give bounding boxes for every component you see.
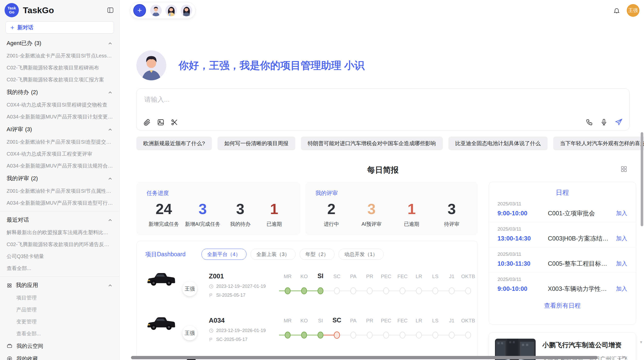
sidebar-item[interactable]: A034-全新新能源MUV产品开发项目法规符合性评审 [0, 160, 120, 172]
clock-icon [209, 328, 214, 333]
user-avatar[interactable]: 王强 [627, 4, 639, 17]
section-title: Agent已办 [7, 39, 33, 47]
right-column: 日程 2025/03/119:00-10:00C001-立项审批会加入2025/… [489, 182, 636, 360]
logo-line2: Go [9, 10, 14, 14]
send-icon[interactable] [615, 118, 623, 126]
sidebar-item[interactable]: C02-飞腾新能源轻客改款项目立项汇报方案 [0, 74, 120, 86]
chevron-up-icon[interactable] [107, 40, 113, 47]
view-all-chats-link[interactable]: 查看全部... [0, 262, 120, 274]
chevron-up-icon[interactable] [107, 126, 113, 133]
recent-chat-item[interactable]: C02-飞腾新能源轻客改款项目的闭环通告反馈情况 [0, 238, 120, 250]
sidebar-collapse-icon[interactable] [107, 7, 114, 14]
join-link[interactable]: 加入 [616, 260, 627, 267]
sidebar-section-header[interactable]: AI评审(3) [0, 123, 120, 136]
svg-text:SI: SI [317, 272, 324, 279]
chevron-up-icon[interactable] [107, 89, 113, 96]
app-sub-item[interactable]: 项目管理 [0, 292, 120, 304]
input-tools-right [586, 118, 623, 126]
suggestion-chip[interactable]: 欧洲新规最近颁布了什么? [136, 137, 212, 150]
sidebar-section-header[interactable]: 我的评审(2) [0, 172, 120, 185]
sidebar-item[interactable]: A034-全新新能源MUV产品开发项目计划变更表编写 [0, 111, 120, 123]
scroll-down-arrow[interactable]: ▼ [639, 340, 643, 344]
svg-text:SC: SC [333, 274, 341, 279]
recent-chat-item[interactable]: 公司Q3轻卡销量 [0, 250, 120, 262]
join-link[interactable]: 加入 [616, 235, 627, 242]
add-session-button[interactable]: + [133, 4, 146, 17]
event-date: 2025/03/11 [497, 226, 627, 232]
section-count: (2) [31, 89, 38, 96]
chevron-up-icon[interactable] [107, 282, 113, 289]
horizontal-scrollbar-thumb[interactable] [131, 356, 598, 359]
chevron-up-icon[interactable] [107, 175, 113, 182]
truck-image [146, 270, 177, 289]
app-sub-item[interactable]: 查看全部... [0, 328, 120, 340]
svg-text:PR: PR [366, 274, 373, 279]
suggestion-chip[interactable]: 特朗普可能对进口汽车增税会对中国车企造成哪些影响 [301, 137, 443, 150]
truck-image [146, 314, 177, 333]
owner-badge: 王强 [182, 326, 197, 340]
sidebar-item[interactable]: C0X4-动力总成开发项目SI里程碑提交物检查 [0, 99, 120, 111]
sidebar-item[interactable]: Z001-全新燃油皮卡产品开发项目SI节点Lesson Learn报告 [0, 50, 120, 62]
new-chat-label: 新对话 [17, 24, 33, 31]
sidebar-section-header[interactable]: Agent已办(3) [0, 37, 120, 50]
my-cloud-space[interactable]: 我的云空间 [0, 340, 120, 352]
app-sub-item[interactable]: 变更管理 [0, 316, 120, 328]
vertical-scrollbar-thumb[interactable] [641, 132, 643, 226]
clock-icon [209, 284, 214, 289]
sidebar-item[interactable]: C0X4-动力总成开发项目工程变更评审 [0, 148, 120, 160]
event-date: 2025/03/11 [497, 201, 627, 207]
project-row: 王强Z0012023-12-19~2027-01-19SI-2025-05-17… [145, 266, 469, 304]
sidebar-item[interactable]: Z001-全新燃油轻卡产品开发项目SI节点属性5D文件评审 [0, 185, 120, 197]
stat-item: 3待评审 [438, 201, 466, 228]
dashboard-filter-chip[interactable]: 全新平台（4） [201, 249, 246, 260]
suggestion-chip[interactable]: 当下年轻人对汽车外观有怎样的喜好趋势 [553, 137, 644, 150]
app-logo: Task Go [5, 3, 19, 17]
dashboard-filter-chip[interactable]: 年型（2） [300, 249, 334, 260]
dashboard-filter-chip[interactable]: 全新上装（3） [251, 249, 296, 260]
scroll-right-arrow[interactable]: ▶ [622, 354, 625, 360]
dashboard-filter-chip[interactable]: 动总开发（1） [339, 249, 384, 260]
plus-icon: + [10, 24, 14, 31]
event-row: 13:00-14:30C003|H0B-方案冻结评审加入 [497, 234, 627, 243]
svg-text:KO: KO [300, 274, 308, 279]
svg-text:LS: LS [432, 274, 438, 279]
topbar: + 王强 [120, 0, 644, 19]
project-milestones: MRKOSISCPAPRPECFECLRLSJ1OKTB [277, 269, 478, 301]
bell-icon[interactable] [613, 7, 620, 14]
chevron-up-icon[interactable] [107, 217, 113, 223]
project-flag-date: SC-2025-05-17 [216, 337, 247, 342]
new-chat-button[interactable]: + 新对话 [6, 21, 114, 34]
dashboard-title: 项目Dashboard [145, 250, 186, 258]
suggestion-chip[interactable]: 比亚迪全固态电池计划具体说了什么 [448, 137, 548, 150]
member-avatar[interactable] [165, 5, 177, 16]
layout-grid-icon[interactable] [620, 166, 627, 173]
view-all-schedule-link[interactable]: 查看所有日程 [489, 297, 636, 315]
sidebar-item[interactable]: Z001-全新燃油轻卡产品开发项目SI造型提交物评审 [0, 136, 120, 148]
sidebar-section-header[interactable]: 我的待办(2) [0, 86, 120, 99]
my-apps-header[interactable]: 我的应用 [0, 279, 120, 292]
svg-text:FEC: FEC [398, 274, 408, 279]
sidebar-item[interactable]: C02-飞腾新能源轻客改款项目里程碑画布 [0, 62, 120, 74]
microphone-icon[interactable] [600, 118, 608, 126]
member-avatar[interactable] [181, 5, 192, 16]
paperclip-icon[interactable] [143, 118, 151, 126]
app-sub-item[interactable]: 产品管理 [0, 304, 120, 316]
stat-card-title: 任务进度 [147, 189, 290, 197]
avatar-illustration [165, 5, 177, 16]
recent-chat-item[interactable]: 解释最新出台的欧盟报废车法规再生塑料比例被调至15%... [0, 227, 120, 238]
join-link[interactable]: 加入 [616, 209, 627, 217]
phone-icon[interactable] [586, 118, 593, 126]
my-favorites[interactable]: 我的收藏 [0, 352, 120, 360]
image-icon[interactable] [157, 118, 165, 126]
chat-input[interactable] [144, 95, 440, 104]
scissors-icon[interactable] [171, 118, 178, 126]
recent-chats-header[interactable]: 最近对话 [0, 213, 120, 227]
dashboard-header: 项目Dashboard 全新平台（4）全新上装（3）年型（2）动总开发（1） [145, 249, 469, 260]
join-link[interactable]: 加入 [616, 285, 627, 293]
recent-title: 最近对话 [7, 216, 29, 224]
section-title: AI评审 [7, 126, 23, 133]
member-avatar[interactable] [150, 5, 162, 16]
event-title: X003-车辆动力学性能验... [548, 285, 612, 293]
sidebar-item[interactable]: A034-全新新能源MUV产品开发项目造型可行性评审 [0, 197, 120, 209]
suggestion-chip[interactable]: 如何写一份清晰的项目周报 [217, 137, 295, 150]
